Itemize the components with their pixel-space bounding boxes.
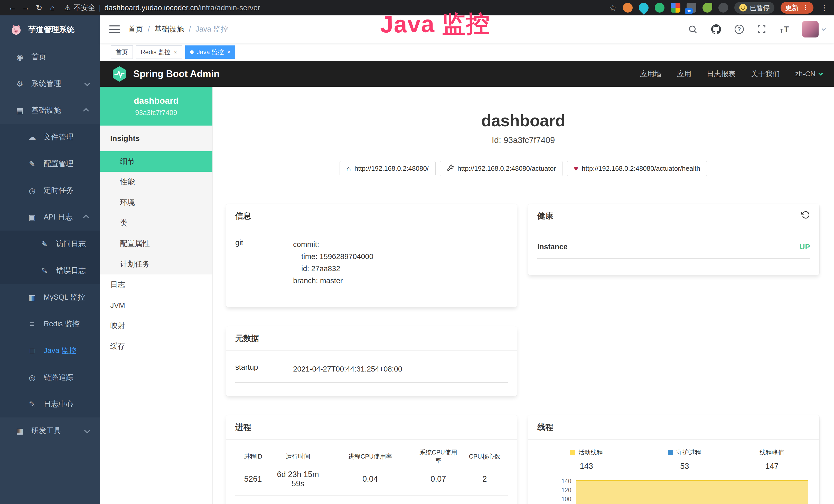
screen: ← → ↻ ⌂ ⚠ 不安全 | dashboard.yudao.iocoder.…: [0, 0, 834, 504]
breadcrumb-home[interactable]: 首页: [128, 24, 143, 35]
sidebar-item-scheduled-jobs[interactable]: ◷ 定时任务: [0, 177, 100, 204]
home-icon[interactable]: ⌂: [46, 3, 59, 12]
locale-label: zh-CN: [795, 70, 815, 78]
sba-brand[interactable]: Spring Boot Admin: [112, 66, 220, 82]
menu-label: 基础设施: [31, 105, 61, 116]
tab-label: Redis 监控: [141, 48, 171, 56]
extension-icon[interactable]: on: [686, 3, 696, 13]
schedule-icon: ◷: [27, 186, 38, 195]
sba-nav-logs[interactable]: 日志: [100, 274, 213, 295]
java-monitor-icon: □: [27, 346, 38, 355]
sba-nav-applications[interactable]: 应用: [670, 69, 699, 79]
sidebar-item-api-logs[interactable]: ▣ API 日志: [0, 204, 100, 231]
log-center-icon: ✎: [27, 400, 38, 409]
menu-label: 系统管理: [31, 78, 61, 89]
sba-nav-details[interactable]: 细节: [100, 151, 213, 172]
menu-label: API 日志: [44, 212, 73, 222]
history-icon[interactable]: [802, 210, 810, 221]
instance-header[interactable]: dashboard 93a3fc7f7409: [100, 87, 213, 125]
breadcrumb-infrastructure[interactable]: 基础设施: [154, 24, 184, 35]
sidebar-item-config-mgmt[interactable]: ✎ 配置管理: [0, 151, 100, 177]
update-button[interactable]: 更新 ⋮: [781, 2, 813, 14]
extension-icon[interactable]: [623, 3, 633, 13]
file-icon: ☁: [27, 133, 38, 142]
tab-home[interactable]: 首页: [111, 45, 133, 59]
tab-redis-monitor[interactable]: Redis 监控 ×: [136, 45, 182, 59]
extension-icon[interactable]: [719, 3, 728, 13]
bookmark-star-icon[interactable]: ☆: [609, 3, 617, 13]
menu-label: 定时任务: [44, 185, 73, 196]
sba-nav-performance[interactable]: 性能: [100, 172, 213, 192]
sidebar-item-system-mgmt[interactable]: ⚙ 系统管理: [0, 70, 100, 97]
sidebar-item-dev-tools[interactable]: ▦ 研发工具: [0, 417, 100, 444]
process-card: 进程 进程ID 运行时间 进程CPU使用率 系统CPU使用率: [226, 415, 517, 504]
service-url-link[interactable]: ⌂ http://192.168.0.2:48080/: [339, 161, 436, 176]
health-url-link[interactable]: ♥ http://192.168.0.2:48080/actuator/heal…: [567, 161, 707, 176]
process-col-label: 运行时间: [271, 447, 325, 466]
sba-nav-journal[interactable]: 日志报表: [699, 69, 743, 79]
sidebar-item-access-logs[interactable]: ✎ 访问日志: [0, 231, 100, 257]
sba-nav-jvm[interactable]: JVM: [100, 295, 213, 316]
sidebar-item-infrastructure[interactable]: ▤ 基础设施: [0, 97, 100, 124]
breadcrumb: 首页 / 基础设施 / Java 监控: [128, 24, 228, 35]
warning-icon: ⚠: [64, 4, 71, 12]
sba-nav-wallboard[interactable]: 应用墙: [632, 69, 670, 79]
help-icon[interactable]: ?: [734, 25, 744, 34]
sba-nav-caches[interactable]: 缓存: [100, 336, 213, 357]
extension-icon[interactable]: [637, 1, 651, 15]
fullscreen-icon[interactable]: [757, 25, 766, 34]
paused-badge[interactable]: 已暂停: [734, 2, 774, 14]
insights-section: Insights 细节 性能 环境 类 配置属性 计划任务: [100, 125, 213, 274]
tab-label: Java 监控: [197, 48, 224, 56]
legend-value: 147: [734, 458, 810, 474]
sidebar-item-java-monitor[interactable]: □ Java 监控: [0, 337, 100, 364]
address-bar[interactable]: dashboard.yudao.iocoder.cn/infra/admin-s…: [104, 4, 260, 12]
sidebar-item-mysql-monitor[interactable]: ▥ MySQL 监控: [0, 284, 100, 311]
live-threads-swatch: [570, 450, 575, 455]
link-url: http://192.168.0.2:48080/actuator/health: [582, 165, 700, 173]
forward-icon[interactable]: →: [19, 3, 32, 12]
ytick: 120: [562, 486, 571, 494]
sidebar-item-file-mgmt[interactable]: ☁ 文件管理: [0, 124, 100, 151]
user-menu[interactable]: [802, 21, 825, 38]
sba-nav-classes[interactable]: 类: [100, 213, 213, 233]
card-title: 元数据: [235, 333, 259, 344]
github-icon[interactable]: [711, 24, 721, 35]
actuator-url-link[interactable]: http://192.168.0.2:48080/actuator: [440, 161, 563, 176]
sba-nav-mappings[interactable]: 映射: [100, 316, 213, 336]
instance-id-line: Id: 93a3fc7f7409: [213, 135, 834, 145]
close-icon[interactable]: ×: [227, 48, 231, 56]
chrome-menu-icon[interactable]: ⋮: [820, 3, 828, 13]
sidebar-item-trace[interactable]: ◎ 链路追踪: [0, 364, 100, 391]
sba-content: dashboard Id: 93a3fc7f7409 ⌂ http://192.…: [213, 87, 834, 504]
menu-label: 链路追踪: [44, 372, 73, 383]
reload-icon[interactable]: ↻: [32, 3, 46, 13]
instance-links: ⌂ http://192.168.0.2:48080/ http://192.1…: [213, 161, 834, 176]
tab-java-monitor[interactable]: Java 监控 ×: [185, 45, 235, 59]
sba-nav-links: 应用墙 应用 日志报表 关于我们 zh-CN: [632, 69, 822, 79]
sidebar-item-log-center[interactable]: ✎ 日志中心: [0, 391, 100, 417]
sidebar-item-error-logs[interactable]: ✎ 错误日志: [0, 257, 100, 284]
health-row: Instance UP: [537, 243, 810, 258]
sba-nav-environment[interactable]: 环境: [100, 192, 213, 213]
sba-nav-about[interactable]: 关于我们: [743, 69, 788, 79]
active-tab-dot: [190, 50, 194, 54]
back-icon[interactable]: ←: [6, 3, 19, 12]
url-divider: |: [99, 4, 101, 12]
close-icon[interactable]: ×: [174, 48, 177, 56]
sidebar-item-home[interactable]: ◉ 首页: [0, 44, 100, 70]
search-icon[interactable]: [688, 24, 698, 34]
sidebar-item-redis-monitor[interactable]: ≡ Redis 监控: [0, 311, 100, 337]
extension-icon[interactable]: [702, 3, 712, 13]
extension-icon[interactable]: [671, 3, 680, 13]
site-security[interactable]: ⚠ 不安全: [64, 3, 95, 13]
api-log-icon: ▣: [27, 213, 38, 222]
sba-nav-config-props[interactable]: 配置属性: [100, 233, 213, 254]
sba-logo-icon: [112, 66, 127, 82]
locale-selector[interactable]: zh-CN: [788, 70, 822, 78]
sba-nav-scheduled-tasks[interactable]: 计划任务: [100, 254, 213, 274]
hamburger-icon[interactable]: [109, 25, 120, 33]
app-logo-row[interactable]: 芋道管理系统: [0, 16, 100, 44]
font-size-icon[interactable]: TT: [780, 25, 789, 34]
extension-icon[interactable]: [655, 3, 664, 13]
